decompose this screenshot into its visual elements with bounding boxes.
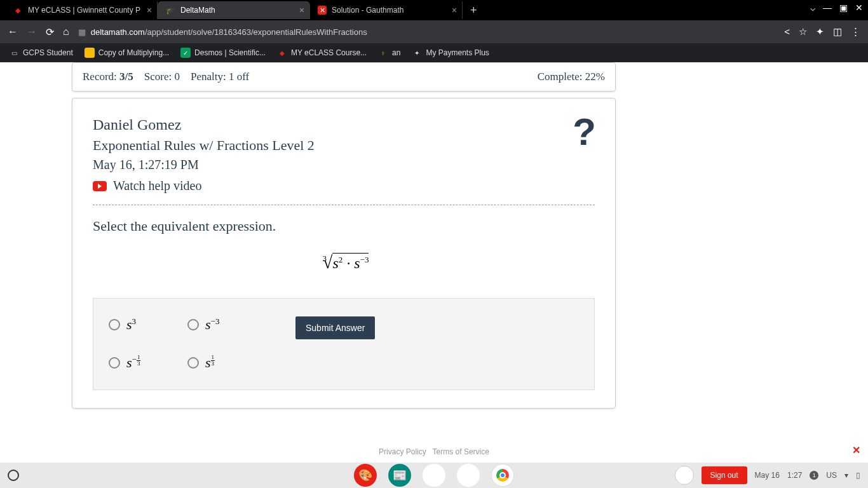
tray-lang: US [826,471,837,480]
avatar-icon[interactable] [675,466,694,485]
penalty-value: 1 off [229,71,249,83]
palette-app-icon[interactable]: 🎨 [354,464,377,487]
system-tray: Sign out May 16 1:27 1 US ▾ ▯ [675,466,860,485]
close-icon[interactable]: × [452,5,457,15]
puzzle-icon: ✦ [412,48,422,58]
bookmark-desmos[interactable]: ✓Desmos | Scientific... [180,48,266,58]
window-controls: ⌵ — ▣ ✕ [810,3,863,13]
news-app-icon[interactable]: 📰 [388,464,411,487]
question-card: ? Daniel Gomez Exponential Rules w/ Frac… [72,98,616,409]
option-d[interactable]: s13 [187,355,257,371]
close-notification-icon[interactable]: ✕ [852,444,860,456]
url-domain: deltamath.com [91,27,145,37]
forward-button[interactable]: → [27,26,37,37]
root-index: 3 [323,254,327,263]
record-value: 3/5 [119,71,133,83]
chevron-down-icon[interactable]: ⌵ [810,3,815,13]
page-content: Record: 3/5 Score: 0 Penalty: 1 off Comp… [0,62,868,463]
back-button[interactable]: ← [8,26,18,37]
launcher-icon[interactable] [8,470,19,481]
folder-icon: ▭ [9,48,19,58]
assignment-title: Exponential Rules w/ Fractions Level 2 [93,137,595,154]
close-icon[interactable]: × [299,5,304,15]
notification-badge[interactable]: 1 [810,471,818,480]
maximize-icon[interactable]: ▣ [839,3,848,13]
favicon: ◆ [13,5,23,15]
record-label: Record: [83,71,117,83]
share-icon[interactable]: < [784,26,790,37]
favicon: ✕ [318,6,327,15]
chrome-app-icon[interactable] [491,464,514,487]
doc-icon [85,48,95,58]
options-grid: s3 s−3 s−13 s13 [109,316,257,372]
site-info-icon[interactable]: ▦ [78,27,86,37]
help-icon[interactable]: ? [573,110,596,154]
taskbar: 🎨 📰 ▲ ▶ Sign out May 16 1:27 1 US ▾ ▯ [0,463,868,488]
home-button[interactable]: ⌂ [63,26,69,37]
tab-eclass[interactable]: ◆ MY eCLASS | Gwinnett County P × [5,1,158,19]
panel-icon[interactable]: ◫ [833,26,842,37]
menu-icon[interactable]: ⋮ [851,26,860,37]
status-card: Record: 3/5 Score: 0 Penalty: 1 off Comp… [72,62,616,92]
submit-button[interactable]: Submit Answer [295,316,375,339]
extensions-icon[interactable]: ✦ [816,26,824,37]
close-window-icon[interactable]: ✕ [855,3,863,13]
option-c[interactable]: s−13 [109,355,179,371]
divider [93,205,595,205]
tab-title: Solution - Gauthmath [332,6,403,15]
radio-icon[interactable] [187,319,199,330]
tab-gauthmath[interactable]: ✕ Solution - Gauthmath × [310,1,463,19]
tray-date: May 16 [755,471,780,480]
bookmark-copy[interactable]: Copy of Multiplying... [85,48,169,58]
score-value: 0 [175,71,180,83]
complete-label: Complete: [538,71,583,83]
tos-link[interactable]: Terms of Service [433,447,489,456]
bulb-icon: ♀ [378,48,388,58]
diamond-icon: ◆ [277,48,287,58]
wifi-icon[interactable]: ▾ [844,471,848,480]
drive-app-icon[interactable]: ▲ [423,464,445,487]
option-b[interactable]: s−3 [187,316,257,333]
radio-icon[interactable] [187,357,199,369]
penalty-label: Penalty: [191,71,226,83]
watch-help-video[interactable]: Watch help video [93,179,595,193]
complete-value: 22% [585,71,605,83]
signout-button[interactable]: Sign out [702,466,747,484]
reload-button[interactable]: ⟳ [46,26,54,38]
url-bar: ← → ⟳ ⌂ ▦ deltamath.com/app/student/solv… [0,20,868,43]
url-path: /app/student/solve/18163463/exponentialR… [145,27,367,37]
favicon: 🎓 [165,5,175,15]
question-prompt: Select the equivalent expression. [93,218,595,234]
option-a[interactable]: s3 [109,316,179,333]
tray-time: 1:27 [787,471,802,480]
address-field[interactable]: ▦ deltamath.com/app/student/solve/181634… [78,27,776,37]
play-app-icon[interactable]: ▶ [457,464,480,487]
bookmark-payments[interactable]: ✦My Payments Plus [412,48,489,58]
bookmarks-bar: ▭GCPS Student Copy of Multiplying... ✓De… [0,43,868,62]
expression: 3√s2 · s−3 [93,252,595,273]
check-icon: ✓ [180,48,191,58]
bookmark-an[interactable]: ♀an [378,48,400,58]
minimize-icon[interactable]: — [823,3,832,13]
score-label: Score: [144,71,172,83]
privacy-link[interactable]: Privacy Policy [379,447,426,456]
close-icon[interactable]: × [147,5,152,15]
radio-icon[interactable] [109,357,120,369]
student-name: Daniel Gomez [93,116,595,133]
bookmark-star-icon[interactable]: ☆ [799,26,807,37]
radio-icon[interactable] [109,319,120,330]
datetime: May 16, 1:27:19 PM [93,158,595,172]
tab-deltamath[interactable]: 🎓 DeltaMath × [158,1,310,19]
youtube-icon [93,181,107,191]
new-tab-button[interactable]: + [463,4,485,17]
watch-label: Watch help video [113,179,201,193]
tab-title: MY eCLASS | Gwinnett County P [28,6,140,15]
battery-icon[interactable]: ▯ [856,471,860,480]
taskbar-apps: 🎨 📰 ▲ ▶ [354,464,514,487]
tab-title: DeltaMath [180,6,215,15]
answer-box: s3 s−3 s−13 s13 Submit Answer [93,298,595,390]
bookmark-eclass[interactable]: ◆MY eCLASS Course... [277,48,367,58]
bookmark-gcps[interactable]: ▭GCPS Student [9,48,73,58]
browser-tab-bar: ◆ MY eCLASS | Gwinnett County P × 🎓 Delt… [0,0,868,20]
footer-links: Privacy Policy Terms of Service [0,447,868,456]
